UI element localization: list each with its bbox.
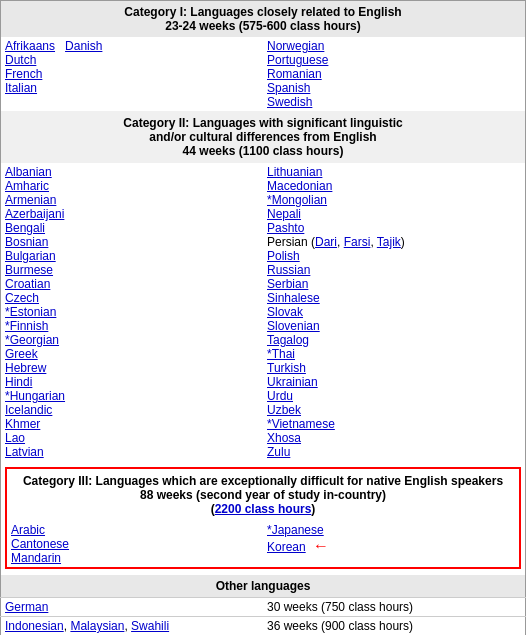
lithuanian-link[interactable]: Lithuanian xyxy=(267,165,322,179)
nepali-link[interactable]: Nepali xyxy=(267,207,301,221)
cat3-title: Category III: Languages which are except… xyxy=(11,474,515,488)
cat2-right: Lithuanian Macedonian *Mongolian Nepali … xyxy=(263,163,526,461)
german-row: German 30 weeks (750 class hours) xyxy=(1,598,526,617)
korean-link[interactable]: Korean xyxy=(267,540,306,554)
slovak-link[interactable]: Slovak xyxy=(267,305,303,319)
khmer-link[interactable]: Khmer xyxy=(5,417,40,431)
armenian-link[interactable]: Armenian xyxy=(5,193,56,207)
farsi-link[interactable]: Farsi xyxy=(344,235,371,249)
cat1-title: Category I: Languages closely related to… xyxy=(5,5,521,19)
mongolian-link[interactable]: *Mongolian xyxy=(267,193,327,207)
slovenian-link[interactable]: Slovenian xyxy=(267,319,320,333)
macedonian-link[interactable]: Macedonian xyxy=(267,179,332,193)
serbian-link[interactable]: Serbian xyxy=(267,277,308,291)
german-link[interactable]: German xyxy=(5,600,48,614)
french-link[interactable]: French xyxy=(5,67,42,81)
albanian-link[interactable]: Albanian xyxy=(5,165,52,179)
bulgarian-link[interactable]: Bulgarian xyxy=(5,249,56,263)
indo-weeks: 36 weeks (900 class hours) xyxy=(267,619,413,633)
russian-link[interactable]: Russian xyxy=(267,263,310,277)
cat3-header: Category III: Languages which are except… xyxy=(6,468,520,521)
turkish-link[interactable]: Turkish xyxy=(267,361,306,375)
czech-link[interactable]: Czech xyxy=(5,291,39,305)
german-duration: 30 weeks (750 class hours) xyxy=(263,598,526,617)
cat2-left: Albanian Amharic Armenian Azerbaijani Be… xyxy=(1,163,264,461)
other-title: Other languages xyxy=(216,579,311,593)
cat3-container: Category III: Languages which are except… xyxy=(1,461,526,575)
main-table: Category I: Languages closely related to… xyxy=(0,0,526,635)
cat1-left: Afrikaans Danish Dutch French Italian xyxy=(1,37,264,111)
lao-link[interactable]: Lao xyxy=(5,431,25,445)
cat2-subtitle: 44 weeks (1100 class hours) xyxy=(5,144,521,158)
sinhalese-link[interactable]: Sinhalese xyxy=(267,291,320,305)
tagalog-link[interactable]: Tagalog xyxy=(267,333,309,347)
amharic-link[interactable]: Amharic xyxy=(5,179,49,193)
indonesian-link[interactable]: Indonesian xyxy=(5,619,64,633)
cat3-hours-link[interactable]: 2200 class hours xyxy=(215,502,312,516)
cat1-right: Norwegian Portuguese Romanian Spanish Sw… xyxy=(263,37,526,111)
italian-link[interactable]: Italian xyxy=(5,81,37,95)
cat3-right: *Japanese Korean ← xyxy=(263,521,520,568)
uzbek-link[interactable]: Uzbek xyxy=(267,403,301,417)
cat1-header: Category I: Languages closely related to… xyxy=(1,1,526,38)
croatian-link[interactable]: Croatian xyxy=(5,277,50,291)
finnish-link[interactable]: *Finnish xyxy=(5,319,48,333)
latvian-link[interactable]: Latvian xyxy=(5,445,44,459)
portuguese-link[interactable]: Portuguese xyxy=(267,53,328,67)
zulu-link[interactable]: Zulu xyxy=(267,445,290,459)
cat3-row: Arabic Cantonese Mandarin *Japanese Kore… xyxy=(6,521,520,568)
german-weeks: 30 weeks (750 class hours) xyxy=(267,600,413,614)
malaysian-link[interactable]: Malaysian xyxy=(70,619,124,633)
mandarin-link[interactable]: Mandarin xyxy=(11,551,61,565)
swahili-link[interactable]: Swahili xyxy=(131,619,169,633)
persian-text: Persian (Dari, Farsi, Tajik) xyxy=(267,235,405,249)
icelandic-link[interactable]: Icelandic xyxy=(5,403,52,417)
cat3-table: Category III: Languages which are except… xyxy=(5,467,521,569)
dutch-link[interactable]: Dutch xyxy=(5,53,36,67)
thai-link[interactable]: *Thai xyxy=(267,347,295,361)
cat2-title: Category II: Languages with significant … xyxy=(5,116,521,144)
bosnian-link[interactable]: Bosnian xyxy=(5,235,48,249)
indo-malay-swahili-row: Indonesian, Malaysian, Swahili 36 weeks … xyxy=(1,617,526,636)
pashto-link[interactable]: Pashto xyxy=(267,221,304,235)
urdu-link[interactable]: Urdu xyxy=(267,389,293,403)
arabic-link[interactable]: Arabic xyxy=(11,523,45,537)
other-header: Other languages xyxy=(1,575,526,598)
cat1-subtitle: 23-24 weeks (575-600 class hours) xyxy=(5,19,521,33)
cantonese-link[interactable]: Cantonese xyxy=(11,537,69,551)
greek-link[interactable]: Greek xyxy=(5,347,38,361)
cat1-row: Afrikaans Danish Dutch French Italian No… xyxy=(1,37,526,111)
bengali-link[interactable]: Bengali xyxy=(5,221,45,235)
vietnamese-link[interactable]: *Vietnamese xyxy=(267,417,335,431)
cat3-subtitle: 88 weeks (second year of study in-countr… xyxy=(11,488,515,502)
afrikaans-link[interactable]: Afrikaans xyxy=(5,39,55,53)
burmese-link[interactable]: Burmese xyxy=(5,263,53,277)
hindi-link[interactable]: Hindi xyxy=(5,375,32,389)
cat2-row: Albanian Amharic Armenian Azerbaijani Be… xyxy=(1,163,526,461)
swedish-link[interactable]: Swedish xyxy=(267,95,312,109)
hungarian-link[interactable]: *Hungarian xyxy=(5,389,65,403)
german-lang: German xyxy=(1,598,264,617)
indo-malay-swahili-lang: Indonesian, Malaysian, Swahili xyxy=(1,617,264,636)
japanese-link[interactable]: *Japanese xyxy=(267,523,324,537)
ukrainian-link[interactable]: Ukrainian xyxy=(267,375,318,389)
dari-link[interactable]: Dari xyxy=(315,235,337,249)
cat3-left: Arabic Cantonese Mandarin xyxy=(6,521,263,568)
xhosa-link[interactable]: Xhosa xyxy=(267,431,301,445)
tajik-link[interactable]: Tajik xyxy=(377,235,401,249)
cat3-hours: (2200 class hours) xyxy=(11,502,515,516)
danish-link[interactable]: Danish xyxy=(65,39,102,53)
cat2-header: Category II: Languages with significant … xyxy=(1,111,526,163)
romanian-link[interactable]: Romanian xyxy=(267,67,322,81)
norwegian-link[interactable]: Norwegian xyxy=(267,39,324,53)
polish-link[interactable]: Polish xyxy=(267,249,300,263)
indo-malay-swahili-duration: 36 weeks (900 class hours) xyxy=(263,617,526,636)
georgian-link[interactable]: *Georgian xyxy=(5,333,59,347)
estonian-link[interactable]: *Estonian xyxy=(5,305,56,319)
spanish-link[interactable]: Spanish xyxy=(267,81,310,95)
azerbaijani-link[interactable]: Azerbaijani xyxy=(5,207,64,221)
hebrew-link[interactable]: Hebrew xyxy=(5,361,46,375)
arrow-icon: ← xyxy=(313,537,329,555)
